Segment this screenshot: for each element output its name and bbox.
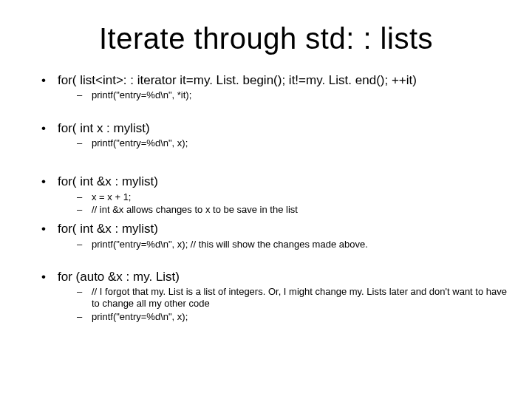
- spacer: [41, 253, 510, 270]
- sub-item: printf("entry=%d\n", x); // this will sh…: [77, 239, 510, 250]
- slide-title: Iterate through std: : lists: [22, 22, 510, 55]
- bullet-text: for( list<int>: : iterator it=my. List. …: [58, 73, 417, 87]
- sub-item: // I forgot that my. List is a list of i…: [77, 286, 510, 310]
- sub-item: // int &x allows changes to x to be save…: [77, 204, 510, 216]
- sub-list: printf("entry=%d\n", x);: [77, 137, 510, 149]
- bullet-item: for( int &x : mylist)printf("entry=%d\n"…: [41, 222, 510, 250]
- spacer: [41, 152, 510, 174]
- bullet-text: for( int &x : mylist): [58, 222, 158, 236]
- bullet-text: for( int x : mylist): [58, 121, 150, 135]
- sub-list: printf("entry=%d\n", *it);: [77, 89, 510, 101]
- sub-item: printf("entry=%d\n", x);: [77, 311, 510, 323]
- sub-item: printf("entry=%d\n", x);: [77, 137, 510, 149]
- bullet-item: for( list<int>: : iterator it=my. List. …: [41, 73, 510, 102]
- sub-list: printf("entry=%d\n", x); // this will sh…: [77, 239, 510, 250]
- bullet-item: for( int &x : mylist)x = x + 1;// int &x…: [41, 174, 510, 216]
- sub-item: printf("entry=%d\n", *it);: [77, 89, 510, 101]
- bullet-item: for( int x : mylist)printf("entry=%d\n",…: [41, 121, 510, 150]
- slide: Iterate through std: : lists for( list<i…: [0, 0, 532, 399]
- spacer: [41, 105, 510, 121]
- sub-list: // I forgot that my. List is a list of i…: [77, 286, 510, 323]
- sub-list: x = x + 1;// int &x allows changes to x …: [77, 191, 510, 216]
- bullet-text: for( int &x : mylist): [58, 174, 158, 188]
- bullet-text: for (auto &x : my. List): [58, 270, 180, 284]
- bullet-item: for (auto &x : my. List)// I forgot that…: [41, 270, 510, 323]
- bullet-list: for( list<int>: : iterator it=my. List. …: [41, 73, 510, 323]
- sub-item: x = x + 1;: [77, 191, 510, 203]
